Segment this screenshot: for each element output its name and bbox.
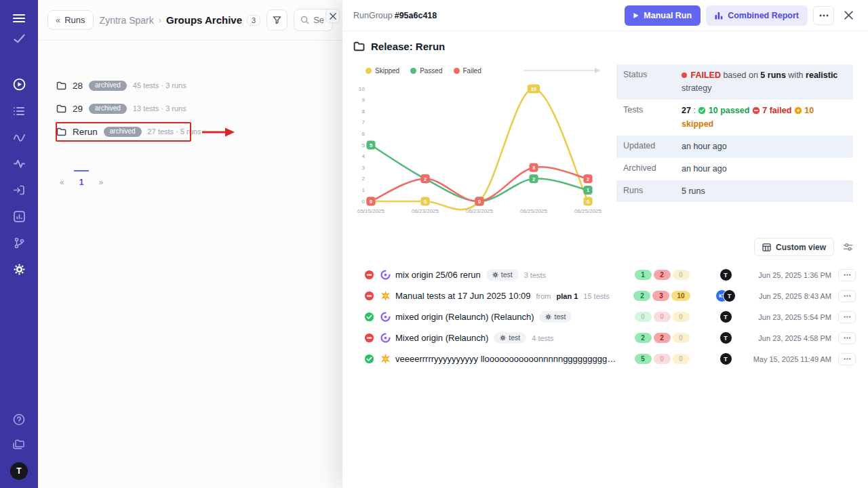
failed-status-icon [363,333,375,343]
manual-run-button[interactable]: Manual Run [625,5,701,26]
svg-text:2: 2 [532,176,535,182]
run-menu-button[interactable] [838,332,856,344]
help-icon[interactable] [7,409,31,430]
run-tests-count: 15 tests [583,292,610,300]
svg-text:2: 2 [424,176,427,182]
svg-text:4: 4 [362,153,366,159]
avatar[interactable]: T [719,331,732,344]
run-avatars: T [704,352,747,365]
result-pills: 2 3 10 [624,291,700,301]
svg-text:3: 3 [532,165,535,171]
plan-link[interactable]: plan 1 [556,292,578,300]
run-row[interactable]: Manual tests at 17 Jun 2025 10:09 from p… [342,285,868,306]
automated-origin-icon [379,312,391,322]
test-tag-badge[interactable]: test [486,269,519,281]
pagination-prev[interactable]: « [54,170,70,187]
avatar[interactable]: T [723,289,736,302]
import-icon[interactable] [7,179,31,201]
run-menu-button[interactable] [838,353,856,365]
run-row[interactable]: mixed origin (Relaunch) (Relaunch) test … [342,306,868,327]
svg-text:06/25/2025: 06/25/2025 [520,208,548,214]
passed-count-pill: 0 [635,312,652,322]
avatar[interactable]: T [719,310,732,323]
failed-count-pill: 3 [652,291,669,301]
flaky-wave-icon[interactable] [7,126,31,148]
failed-dot-icon [454,68,460,74]
passed-status-icon [363,354,375,364]
group-row-28[interactable]: 28 archived 45 tests · 3 runs [38,74,342,97]
pagination-page-1[interactable]: 1 [74,170,90,187]
play-icon [633,12,639,19]
sliders-icon[interactable] [843,243,853,251]
svg-text:2: 2 [362,176,366,182]
failed-minus-icon [752,106,760,119]
info-row-updated: Updated an hour ago [616,136,853,158]
group-name: Rerun [73,127,98,137]
group-row-29[interactable]: 29 archived 13 tests · 3 runs [38,97,342,120]
custom-view-button[interactable]: Custom view [754,238,834,256]
svg-text:06/23/2025: 06/23/2025 [412,208,439,214]
search-input[interactable] [313,15,326,25]
filter-button[interactable] [267,9,288,30]
run-row[interactable]: Mixed origin (Relaunch) test 4 tests 2 2… [342,327,868,348]
more-actions-button[interactable] [813,6,834,25]
trend-arrow-icon [524,67,601,74]
menu-icon[interactable] [7,8,31,28]
analytics-icon[interactable] [7,205,31,228]
run-title[interactable]: Manual tests at 17 Jun 2025 10:09 [395,291,530,301]
activity-pulse-icon[interactable] [7,152,31,175]
tests-check-icon[interactable] [7,28,31,49]
close-icon[interactable] [326,9,340,23]
run-menu-button[interactable] [838,290,856,302]
group-row-rerun[interactable]: Rerun archived 27 tests · 5 runs [38,120,342,143]
run-avatars: T [704,331,747,344]
run-title[interactable]: veeeerrrrryyyyyyyyyy llooooooooooonnnnng… [395,354,620,364]
avatar[interactable]: T [719,268,732,281]
test-tag-badge[interactable]: test [539,311,572,323]
tests-label: Tests [623,104,682,115]
suites-list-icon[interactable] [7,100,31,122]
settings-gear-icon[interactable] [7,258,31,281]
run-date: Jun 25, 2025 8:43 AM [751,292,831,300]
skipped-count-pill: 0 [673,270,690,280]
svg-text:9: 9 [362,97,366,103]
manual-origin-icon [379,354,391,364]
test-tag-badge[interactable]: test [494,332,526,344]
run-menu-button[interactable] [838,311,856,323]
failed-count-pill: 2 [654,270,671,280]
chart-legend: Skipped Passed Failed [366,64,601,77]
close-icon[interactable] [840,7,857,24]
runs-play-icon[interactable] [7,73,31,96]
rungroup-id: RunGroup#95a6c418 [353,11,437,20]
passed-check-icon [698,106,706,119]
skipped-dot-icon [794,106,802,119]
pagination-next[interactable]: » [93,170,108,187]
run-title[interactable]: mix origin 25/06 rerun [395,270,481,280]
run-menu-button[interactable] [838,269,856,281]
groups-list: 28 archived 45 tests · 3 runs 29 archive… [38,74,342,143]
bar-chart-icon [715,12,723,20]
updated-label: Updated [623,140,682,150]
rungroup-detail-panel: RunGroup#95a6c418 Manual Run Combined Re… [342,0,868,488]
run-title[interactable]: Mixed origin (Relaunch) [395,333,488,343]
run-title[interactable]: mixed origin (Relaunch) (Relaunch) [395,312,534,322]
projects-folder-icon[interactable] [7,434,31,455]
svg-text:0: 0 [424,199,427,205]
svg-text:05/15/2025: 05/15/2025 [357,208,385,214]
svg-text:1: 1 [362,187,366,193]
user-avatar[interactable]: T [10,462,28,480]
svg-text:0: 0 [478,199,481,205]
breadcrumb: Zyntra Spark › Groups Archive 3 [100,14,261,26]
branches-icon[interactable] [7,232,31,254]
run-row[interactable]: veeeerrrrryyyyyyyyyy llooooooooooonnnnng… [342,348,868,369]
back-to-runs-button[interactable]: « Runs [47,10,94,30]
run-row[interactable]: mix origin 25/06 rerun test 3 tests 1 2 … [342,264,868,285]
svg-text:10: 10 [359,86,365,92]
breadcrumb-project[interactable]: Zyntra Spark [100,15,154,26]
archived-badge: archived [89,104,127,114]
avatar[interactable]: T [719,352,732,365]
combined-report-button[interactable]: Combined Report [706,5,808,26]
legend-skipped: Skipped [366,67,399,75]
groups-count-badge: 3 [247,15,260,26]
svg-text:6: 6 [362,131,366,137]
